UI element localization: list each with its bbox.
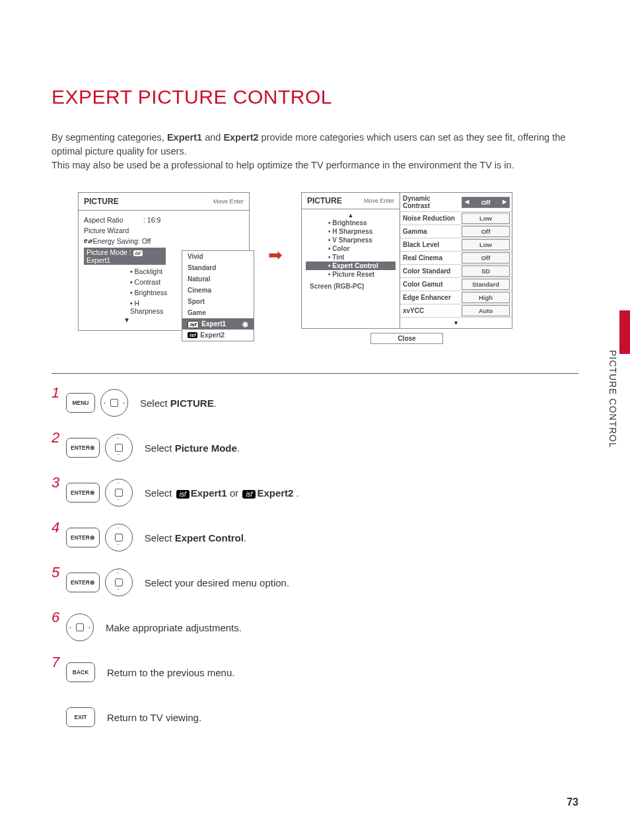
step-number: 5 [52,564,61,581]
intro-text: This may also be used be a professional … [52,160,514,170]
setting-label: Color Standard [400,265,460,277]
osd-item: H Sharpness [130,299,170,315]
divider [52,373,578,374]
setting-label: Real Cinema [400,252,460,263]
expert-settings-list: Dynamic ContrastOff Noise ReductionLow G… [400,192,512,329]
nav-lr-button-icon: ‹› [100,389,128,417]
exit-button-icon: EXIT [66,707,95,727]
setting-label: Dynamic Contrast [400,193,460,211]
sub: ⊛ [90,489,95,496]
text: Select [145,532,175,543]
side-tab-accent [619,310,630,354]
dropdown-option: Standard [182,262,254,273]
text: . [297,487,299,499]
step-text: Select Picture Mode. [145,442,240,454]
osd-item: Contrast [130,278,160,286]
enter-button-icon: ENTER⊛ [66,528,100,547]
setting-label: Color Gamut [400,279,460,290]
nav-ud-button-icon: ˆˇ [105,524,133,551]
page-title: EXPERT PICTURE CONTROL [52,86,578,108]
page-number: 73 [567,796,578,808]
radio-dot-icon: ◉ [242,320,248,328]
nav-ud-button-icon: ˆˇ [105,434,133,462]
osd-item: • Brightness [306,219,396,227]
osd-item: • Picture Reset [306,270,396,279]
text: or [230,487,242,499]
intro-text: By segmenting categories, [52,132,167,143]
side-tab-label: PICTURE CONTROL [608,350,618,448]
step-text: Return to the previous menu. [107,667,234,678]
osd-hint: Move Enter [364,197,394,204]
osd-title: PICTURE [84,197,119,206]
label: Picture Reset [332,271,374,278]
text: . [214,398,217,409]
up-arrow-icon: ▲ [306,212,396,219]
intro-expert1: Expert1 [167,132,202,143]
bold: Picture Mode [175,442,237,454]
step-text: Make appropriate adjustments. [106,622,242,633]
label: V Sharpness [332,236,372,244]
step-7: 7 BACK Return to the previous menu. [52,658,578,687]
nav-ud-button-icon: ˆˇ [105,479,133,507]
osd-item: • Color [306,244,396,253]
text: Select [145,442,175,454]
intro-text: and [205,132,223,143]
step-number: 7 [52,654,61,671]
picture-mode-dropdown: Vivid Standard Natural Cinema Sport Game… [182,250,254,341]
osd-hint: Move Enter [213,198,244,205]
setting-label: Noise Reduction [400,213,460,224]
setting-value: Off [462,226,510,237]
step-text: Select your desired menu option. [145,577,289,588]
down-arrow-icon: ▼ [84,316,170,324]
close-button: Close [370,333,443,344]
osd-item: • V Sharpness [306,236,396,244]
dropdown-option-selected: isfExpert1◉ [182,318,254,330]
label: ENTER [71,579,90,586]
enter-button-icon: ENTER⊛ [66,483,100,503]
dropdown-option: Sport [182,296,254,307]
steps-list: 1 MENU ‹› Select PICTURE. 2 ENTER⊛ ˆˇ Se… [52,388,578,732]
step-text: Return to TV viewing. [107,712,201,723]
back-button-icon: BACK [66,662,95,682]
dropdown-option: Natural [182,273,254,285]
osd-item: Picture Wizard [84,227,129,234]
setting-value: Low [462,239,510,250]
sub: ⊛ [90,534,95,541]
text: Select [145,487,175,499]
osd-item: Screen (RGB-PC) [306,279,396,290]
enter-button-icon: ENTER⊛ [66,438,100,458]
osd-item: • H Sharpness [306,227,396,236]
step-text: Select Expert Control. [145,532,246,543]
text: . [237,442,240,454]
setting-value: Off [462,252,510,263]
label: Brightness [332,219,367,227]
dropdown-option: Game [182,307,254,318]
osd-diagram-row: PICTURE Move Enter Aspect Ratio: 16:9 Pi… [78,192,572,357]
step-number: 1 [52,384,61,402]
osd-item: Backlight [130,267,162,275]
osd-item-selected: Picture Mode :isfExpert1 [84,248,166,265]
osd-picture-menu: PICTURE Move Enter Aspect Ratio: 16:9 Pi… [78,192,250,331]
dropdown-option: Vivid [182,251,254,262]
step-number: 2 [52,429,61,446]
setting-value: Off [462,197,510,208]
osd-title: PICTURE [307,196,342,205]
step-text: Select PICTURE. [140,398,217,409]
step-1: 1 MENU ‹› Select PICTURE. [52,388,578,417]
text: . [244,532,246,543]
setting-value: Low [462,213,510,224]
step-3: 3 ENTER⊛ ˆˇ Select isfExpert1 or isfExpe… [52,478,578,507]
label: ENTER [71,489,90,496]
sub: ⊛ [90,579,95,586]
sub: ⊛ [90,444,95,451]
eco-icon: e⌀ [84,237,92,245]
nav-ud-button-icon: ˆˇ [105,569,133,596]
label: Expert Control [332,262,378,269]
intro-expert2: Expert2 [223,132,258,143]
option-label: Expert2 [200,332,225,339]
bold: Expert2 [257,487,293,499]
isf-icon: isf [133,250,143,256]
step-5: 5 ENTER⊛ ˆˇ Select your desired menu opt… [52,568,578,597]
setting-label: xvYCC [400,305,460,316]
osd-value: : 16:9 [143,216,160,224]
